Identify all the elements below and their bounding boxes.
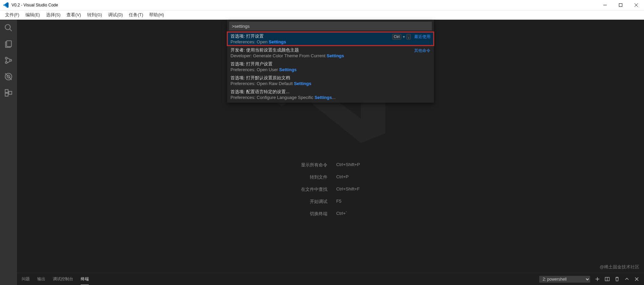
- window-title: V0.2 - Visual Studio Code: [12, 3, 58, 7]
- palette-item-open-settings[interactable]: 首选项: 打开设置 Preferences: Open Settings Ctr…: [227, 32, 434, 46]
- panel: 问题 输出 调试控制台 终端 2: powershell: [17, 273, 644, 285]
- kb-keys: F5: [336, 199, 360, 205]
- editor-area: 显示所有命令Ctrl+Shift+P 转到文件Ctrl+P 在文件中查找Ctrl…: [17, 20, 644, 285]
- palette-item-title: 首选项: 配置语言特定的设置...: [230, 89, 430, 95]
- menu-help[interactable]: 帮助(H): [146, 11, 167, 19]
- svg-rect-10: [5, 89, 8, 93]
- kb-label: 在文件中查找: [301, 186, 327, 192]
- menu-debug[interactable]: 调试(D): [105, 11, 126, 19]
- svg-point-5: [5, 62, 7, 63]
- palette-item-subtitle: Preferences: Open Raw Default Settings: [230, 81, 430, 86]
- new-terminal-icon[interactable]: [595, 277, 600, 282]
- svg-rect-12: [9, 91, 12, 95]
- menu-selection[interactable]: 选择(S): [43, 11, 64, 19]
- watermark-text: @稀土掘金技术社区: [600, 264, 639, 270]
- command-palette: 首选项: 打开设置 Preferences: Open Settings Ctr…: [227, 20, 434, 103]
- panel-tab-terminal[interactable]: 终端: [81, 276, 89, 282]
- palette-item-title: 开发者: 使用当前设置生成颜色主题: [230, 47, 430, 53]
- svg-rect-3: [7, 41, 12, 46]
- command-palette-input[interactable]: [229, 22, 432, 30]
- close-panel-icon[interactable]: [634, 277, 639, 282]
- explorer-icon[interactable]: [4, 39, 13, 49]
- panel-tab-output[interactable]: 输出: [37, 276, 45, 282]
- source-control-icon[interactable]: [4, 56, 13, 65]
- keychip-ctrl: Ctrl: [392, 34, 401, 40]
- debug-icon[interactable]: [4, 72, 13, 81]
- svg-line-2: [9, 29, 12, 31]
- kb-keys: Ctrl+Shift+P: [336, 162, 360, 168]
- terminal-selector[interactable]: 2: powershell: [539, 276, 590, 283]
- kb-label: 切换终端: [301, 211, 327, 217]
- welcome-keybindings: 显示所有命令Ctrl+Shift+P 转到文件Ctrl+P 在文件中查找Ctrl…: [301, 162, 360, 217]
- svg-point-6: [10, 59, 12, 61]
- palette-item-open-user-settings[interactable]: 首选项: 打开用户设置 Preferences: Open User Setti…: [227, 60, 434, 74]
- menu-tasks[interactable]: 任务(T): [126, 11, 146, 19]
- menu-bar: 文件(F) 编辑(E) 选择(S) 查看(V) 转到(G) 调试(D) 任务(T…: [0, 10, 644, 20]
- palette-item-configure-language-settings[interactable]: 首选项: 配置语言特定的设置... Preferences: Configure…: [227, 87, 434, 101]
- split-terminal-icon[interactable]: [605, 277, 610, 282]
- vscode-logo-icon: [3, 2, 9, 8]
- maximize-panel-icon[interactable]: [624, 277, 629, 282]
- command-palette-list: 首选项: 打开设置 Preferences: Open Settings Ctr…: [227, 32, 434, 103]
- window-close-button[interactable]: [628, 0, 644, 10]
- svg-point-1: [5, 24, 10, 29]
- palette-item-subtitle: Preferences: Configure Language Specific…: [230, 95, 430, 100]
- palette-item-subtitle: Preferences: Open Settings: [230, 39, 430, 44]
- svg-point-4: [5, 57, 7, 59]
- kb-label: 开始调试: [301, 199, 327, 205]
- svg-rect-0: [619, 4, 622, 7]
- palette-item-subtitle: Preferences: Open User Settings: [230, 67, 430, 72]
- kb-keys: Ctrl+P: [336, 174, 360, 180]
- window-minimize-button[interactable]: [597, 0, 613, 10]
- kb-keys: Ctrl+`: [336, 211, 360, 217]
- window-titlebar: V0.2 - Visual Studio Code: [0, 0, 644, 10]
- kb-keys: Ctrl+Shift+F: [336, 186, 360, 192]
- panel-tab-problems[interactable]: 问题: [22, 276, 30, 282]
- menu-edit[interactable]: 编辑(E): [22, 11, 43, 19]
- window-maximize-button[interactable]: [613, 0, 628, 10]
- palette-item-title: 首选项: 打开用户设置: [230, 61, 430, 67]
- menu-view[interactable]: 查看(V): [63, 11, 84, 19]
- menu-file[interactable]: 文件(F): [2, 11, 22, 19]
- palette-hint-recent: 最近使用: [414, 34, 430, 40]
- palette-item-subtitle: Developer: Generate Color Theme From Cur…: [230, 53, 430, 58]
- svg-rect-11: [5, 93, 8, 96]
- panel-tab-debug-console[interactable]: 调试控制台: [53, 276, 73, 282]
- menu-go[interactable]: 转到(G): [84, 11, 105, 19]
- keychip-comma: ,: [406, 34, 411, 40]
- kb-label: 显示所有命令: [301, 162, 327, 168]
- palette-item-open-raw-default-settings[interactable]: 首选项: 打开默认设置原始文档 Preferences: Open Raw De…: [227, 74, 434, 87]
- extensions-icon[interactable]: [4, 88, 13, 98]
- kill-terminal-icon[interactable]: [615, 277, 620, 282]
- activity-bar: [0, 20, 17, 285]
- search-icon[interactable]: [4, 23, 13, 33]
- kb-label: 转到文件: [301, 174, 327, 180]
- palette-hint-other: 其他命令: [414, 48, 430, 54]
- palette-item-generate-theme[interactable]: 开发者: 使用当前设置生成颜色主题 Developer: Generate Co…: [227, 46, 434, 60]
- palette-item-title: 首选项: 打开默认设置原始文档: [230, 75, 430, 81]
